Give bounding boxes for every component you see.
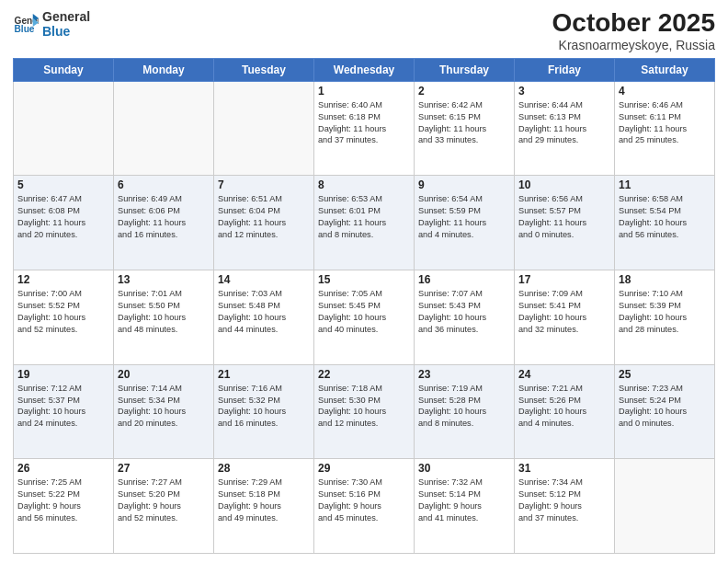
calendar-header-tuesday: Tuesday — [214, 58, 314, 81]
day-info: Sunrise: 6:49 AM Sunset: 6:06 PM Dayligh… — [118, 193, 210, 241]
calendar-cell: 16Sunrise: 7:07 AM Sunset: 5:43 PM Dayli… — [415, 270, 515, 365]
day-number: 21 — [218, 368, 310, 381]
day-number: 2 — [418, 85, 510, 98]
day-info: Sunrise: 7:09 AM Sunset: 5:41 PM Dayligh… — [518, 288, 610, 336]
logo-icon: General Blue — [13, 11, 39, 37]
calendar-header-row: SundayMondayTuesdayWednesdayThursdayFrid… — [14, 58, 715, 81]
calendar-header-wednesday: Wednesday — [314, 58, 415, 81]
calendar-table: SundayMondayTuesdayWednesdayThursdayFrid… — [13, 58, 715, 554]
day-number: 31 — [518, 462, 610, 475]
calendar-cell: 20Sunrise: 7:14 AM Sunset: 5:34 PM Dayli… — [114, 364, 214, 459]
page-title: October 2025 — [552, 9, 715, 38]
calendar-cell: 25Sunrise: 7:23 AM Sunset: 5:24 PM Dayli… — [615, 364, 715, 459]
page-subtitle: Krasnoarmeyskoye, Russia — [552, 38, 715, 52]
day-info: Sunrise: 6:44 AM Sunset: 6:13 PM Dayligh… — [518, 99, 610, 147]
day-number: 8 — [318, 178, 410, 191]
day-number: 27 — [118, 462, 210, 475]
day-number: 18 — [619, 273, 711, 286]
day-number: 17 — [518, 273, 610, 286]
calendar-cell: 4Sunrise: 6:46 AM Sunset: 6:11 PM Daylig… — [615, 81, 715, 176]
day-info: Sunrise: 7:16 AM Sunset: 5:32 PM Dayligh… — [218, 383, 310, 431]
day-number: 13 — [118, 273, 210, 286]
calendar-cell: 18Sunrise: 7:10 AM Sunset: 5:39 PM Dayli… — [615, 270, 715, 365]
day-number: 25 — [619, 368, 711, 381]
day-info: Sunrise: 6:51 AM Sunset: 6:04 PM Dayligh… — [218, 193, 310, 241]
logo: General Blue General Blue — [13, 9, 90, 39]
calendar-cell: 1Sunrise: 6:40 AM Sunset: 6:18 PM Daylig… — [314, 81, 415, 176]
day-info: Sunrise: 6:54 AM Sunset: 5:59 PM Dayligh… — [418, 193, 510, 241]
day-info: Sunrise: 6:40 AM Sunset: 6:18 PM Dayligh… — [318, 99, 410, 147]
calendar-cell: 7Sunrise: 6:51 AM Sunset: 6:04 PM Daylig… — [214, 176, 314, 270]
day-info: Sunrise: 7:23 AM Sunset: 5:24 PM Dayligh… — [619, 383, 711, 431]
title-block: October 2025 Krasnoarmeyskoye, Russia — [552, 9, 715, 52]
calendar-cell: 9Sunrise: 6:54 AM Sunset: 5:59 PM Daylig… — [415, 176, 515, 270]
calendar-cell: 6Sunrise: 6:49 AM Sunset: 6:06 PM Daylig… — [114, 176, 214, 270]
day-info: Sunrise: 7:14 AM Sunset: 5:34 PM Dayligh… — [118, 383, 210, 431]
calendar-cell: 14Sunrise: 7:03 AM Sunset: 5:48 PM Dayli… — [214, 270, 314, 365]
calendar-cell: 30Sunrise: 7:32 AM Sunset: 5:14 PM Dayli… — [415, 459, 515, 554]
calendar-cell: 2Sunrise: 6:42 AM Sunset: 6:15 PM Daylig… — [415, 81, 515, 176]
calendar-cell: 27Sunrise: 7:27 AM Sunset: 5:20 PM Dayli… — [114, 459, 214, 554]
svg-text:Blue: Blue — [15, 24, 35, 34]
day-info: Sunrise: 7:29 AM Sunset: 5:18 PM Dayligh… — [218, 477, 310, 524]
calendar-cell: 28Sunrise: 7:29 AM Sunset: 5:18 PM Dayli… — [214, 459, 314, 554]
calendar-header-thursday: Thursday — [415, 58, 515, 81]
calendar-cell: 19Sunrise: 7:12 AM Sunset: 5:37 PM Dayli… — [14, 364, 114, 459]
day-number: 1 — [318, 85, 410, 98]
day-number: 22 — [318, 368, 410, 381]
day-info: Sunrise: 7:07 AM Sunset: 5:43 PM Dayligh… — [418, 288, 510, 336]
day-info: Sunrise: 7:34 AM Sunset: 5:12 PM Dayligh… — [518, 477, 610, 524]
day-number: 9 — [418, 178, 510, 191]
calendar-cell: 11Sunrise: 6:58 AM Sunset: 5:54 PM Dayli… — [615, 176, 715, 270]
calendar-cell: 29Sunrise: 7:30 AM Sunset: 5:16 PM Dayli… — [314, 459, 415, 554]
day-info: Sunrise: 7:32 AM Sunset: 5:14 PM Dayligh… — [418, 477, 510, 524]
calendar-cell: 31Sunrise: 7:34 AM Sunset: 5:12 PM Dayli… — [515, 459, 615, 554]
day-number: 4 — [619, 85, 711, 98]
calendar-cell: 24Sunrise: 7:21 AM Sunset: 5:26 PM Dayli… — [515, 364, 615, 459]
day-info: Sunrise: 6:53 AM Sunset: 6:01 PM Dayligh… — [318, 193, 410, 241]
day-info: Sunrise: 7:30 AM Sunset: 5:16 PM Dayligh… — [318, 477, 410, 524]
day-info: Sunrise: 7:00 AM Sunset: 5:52 PM Dayligh… — [17, 288, 109, 336]
day-info: Sunrise: 7:19 AM Sunset: 5:28 PM Dayligh… — [418, 383, 510, 431]
calendar-cell: 5Sunrise: 6:47 AM Sunset: 6:08 PM Daylig… — [14, 176, 114, 270]
calendar-cell — [615, 459, 715, 554]
day-number: 19 — [17, 368, 109, 381]
calendar-header-sunday: Sunday — [14, 58, 114, 81]
day-number: 30 — [418, 462, 510, 475]
day-number: 14 — [218, 273, 310, 286]
calendar-cell: 8Sunrise: 6:53 AM Sunset: 6:01 PM Daylig… — [314, 176, 415, 270]
calendar-cell: 10Sunrise: 6:56 AM Sunset: 5:57 PM Dayli… — [515, 176, 615, 270]
day-number: 12 — [17, 273, 109, 286]
day-number: 15 — [318, 273, 410, 286]
day-info: Sunrise: 7:27 AM Sunset: 5:20 PM Dayligh… — [118, 477, 210, 524]
day-number: 29 — [318, 462, 410, 475]
day-info: Sunrise: 7:01 AM Sunset: 5:50 PM Dayligh… — [118, 288, 210, 336]
day-info: Sunrise: 6:42 AM Sunset: 6:15 PM Dayligh… — [418, 99, 510, 147]
page: General Blue General Blue October 2025 K… — [0, 0, 728, 563]
day-number: 6 — [118, 178, 210, 191]
logo-general: General — [42, 9, 90, 24]
day-number: 23 — [418, 368, 510, 381]
calendar-header-monday: Monday — [114, 58, 214, 81]
day-number: 20 — [118, 368, 210, 381]
day-number: 11 — [619, 178, 711, 191]
calendar-cell: 3Sunrise: 6:44 AM Sunset: 6:13 PM Daylig… — [515, 81, 615, 176]
day-number: 28 — [218, 462, 310, 475]
day-info: Sunrise: 7:03 AM Sunset: 5:48 PM Dayligh… — [218, 288, 310, 336]
day-info: Sunrise: 7:18 AM Sunset: 5:30 PM Dayligh… — [318, 383, 410, 431]
calendar-cell: 22Sunrise: 7:18 AM Sunset: 5:30 PM Dayli… — [314, 364, 415, 459]
day-info: Sunrise: 7:10 AM Sunset: 5:39 PM Dayligh… — [619, 288, 711, 336]
day-info: Sunrise: 6:46 AM Sunset: 6:11 PM Dayligh… — [619, 99, 711, 147]
calendar-cell — [14, 81, 114, 176]
day-info: Sunrise: 7:05 AM Sunset: 5:45 PM Dayligh… — [318, 288, 410, 336]
calendar-cell: 12Sunrise: 7:00 AM Sunset: 5:52 PM Dayli… — [14, 270, 114, 365]
day-number: 24 — [518, 368, 610, 381]
calendar-cell — [214, 81, 314, 176]
calendar-cell: 23Sunrise: 7:19 AM Sunset: 5:28 PM Dayli… — [415, 364, 515, 459]
calendar-cell: 17Sunrise: 7:09 AM Sunset: 5:41 PM Dayli… — [515, 270, 615, 365]
day-number: 5 — [17, 178, 109, 191]
logo-blue: Blue — [42, 24, 90, 39]
calendar-cell — [114, 81, 214, 176]
calendar-cell: 13Sunrise: 7:01 AM Sunset: 5:50 PM Dayli… — [114, 270, 214, 365]
calendar-cell: 15Sunrise: 7:05 AM Sunset: 5:45 PM Dayli… — [314, 270, 415, 365]
